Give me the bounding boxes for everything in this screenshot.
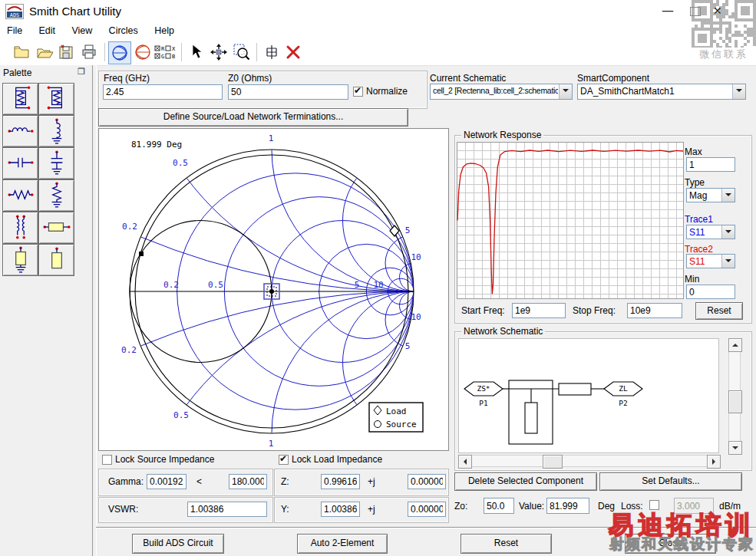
vswr-input[interactable] [187,502,267,517]
save-button[interactable] [55,41,77,63]
freq-input[interactable] [103,84,223,100]
impedance-smith-chart-tool[interactable] [108,41,131,64]
value-input[interactable] [546,498,589,514]
min-input[interactable] [686,285,735,299]
gamma-mag-input[interactable] [147,474,187,489]
palette-item-shunt-stub-grounded[interactable] [2,244,38,276]
max-input[interactable] [686,157,735,172]
toolbar-separator [104,43,105,61]
set-defaults-button[interactable]: Set Defaults... [599,472,742,491]
chevron-down-icon[interactable] [559,84,572,99]
move-tool[interactable] [208,41,229,63]
current-schematic-combo[interactable]: cell_2 [Rectenna_lib:cell_2:schematic]: [430,84,573,100]
chevron-down-icon[interactable] [721,255,735,268]
angle-symbol: < [196,476,202,487]
maximize-button[interactable] [690,7,701,16]
trace1-combo[interactable]: S11 [686,225,735,239]
menu-help[interactable]: Help [147,23,181,39]
chevron-down-icon[interactable] [721,189,735,202]
delete-component-button[interactable]: Delete Selected Component [454,472,597,491]
palette-item-shunt-inductor[interactable] [38,115,74,147]
hscroll-thumb[interactable] [543,455,563,469]
chevron-down-icon[interactable] [721,225,735,239]
y-group: Y: +j [274,497,449,523]
y-real-input[interactable] [321,502,360,517]
palette-item-open-stub[interactable] [38,244,74,276]
response-reset-button[interactable]: Reset [695,302,743,320]
palette-item-shunt-element-right[interactable] [2,83,38,115]
grid-icon [262,43,281,61]
vscroll-thumb[interactable] [728,390,742,413]
scroll-up-button[interactable] [728,338,742,352]
zo-input[interactable] [484,498,514,514]
svg-text:0.2: 0.2 [121,345,137,355]
scroll-down-button[interactable] [728,441,742,455]
new-button[interactable] [11,41,32,63]
stop-freq-input[interactable] [627,303,682,318]
palette-item-series-transmission-line[interactable] [38,212,74,244]
palette-panel: Palette ❐ [0,65,92,556]
menu-bar: File Edit View Circles Help [0,23,756,40]
z-real-input[interactable] [321,474,360,489]
footer-reset-button[interactable]: Reset [461,534,552,554]
palette-item-shunt-resistor[interactable] [38,179,74,212]
network-schematic-title: Network Schematic [461,326,545,337]
scroll-left-button[interactable] [458,455,472,469]
svg-text:P1: P1 [479,399,488,407]
palette-item-series-inductor[interactable] [2,115,38,147]
z-imag-input[interactable] [408,474,446,489]
current-schematic-value: cell_2 [Rectenna_lib:cell_2:schematic]: [433,86,558,95]
lock-load-checkbox[interactable] [279,455,289,465]
delete-button[interactable] [282,41,304,63]
deg-label: Deg [598,501,615,512]
gamma-angle-input[interactable] [229,474,267,489]
lock-source-checkbox[interactable] [102,455,112,465]
admittance-smith-chart-tool[interactable] [132,41,154,63]
select-tool[interactable] [185,41,206,63]
z0-input[interactable] [228,84,348,100]
circles-options-button[interactable]: R X G B [152,41,178,63]
palette-item-series-capacitor[interactable] [2,147,38,179]
trace2-combo[interactable]: S11 [686,254,735,268]
menu-edit[interactable]: Edit [32,23,63,39]
open-button[interactable] [34,41,55,63]
network-schematic-canvas[interactable]: ZS*P1ZLP2 [458,338,719,453]
palette-item-shunt-capacitor[interactable] [38,147,74,179]
zoom-area-icon [233,43,251,61]
menu-circles[interactable]: Circles [102,23,145,39]
define-terminations-button[interactable]: Define Source/Load Network Terminations.… [98,108,408,127]
minimize-button[interactable]: — [662,3,674,18]
close-button[interactable]: ✕ [713,5,722,17]
zoom-area-tool[interactable] [231,41,253,63]
y-imag-input[interactable] [408,502,446,517]
svg-text:B: B [172,54,175,60]
auto-2-element-match-button[interactable]: Auto 2-Element Match [297,534,388,554]
smith-chart-canvas[interactable]: 10.50.20.20.515101050.20.551081.999 DegL… [98,128,449,451]
splitter[interactable] [92,65,97,556]
smart-component-combo[interactable]: DA_SmithChartMatch1 [577,84,746,100]
build-ads-circuit-button[interactable]: Build ADS Circuit [132,534,224,554]
svg-text:P2: P2 [619,399,627,407]
series-resistor-icon [6,181,35,211]
palette-item-series-resistor[interactable] [2,179,38,212]
palette-item-shunt-element-left[interactable] [38,83,74,115]
grid-button[interactable] [261,41,282,63]
start-freq-input[interactable] [512,303,566,318]
palette-dock-icon[interactable]: ❐ [78,67,85,77]
smith-chart-utility-window: ADS Smith Chart Utility — ✕ File Edit Vi… [0,0,756,556]
palette-item-transformer[interactable] [2,212,38,244]
print-button[interactable] [78,41,100,63]
menu-file[interactable]: File [0,23,29,39]
loss-checkbox[interactable] [649,500,659,510]
close-dialog-button[interactable]: Close [625,534,716,554]
type-value: Mag [689,190,721,201]
type-combo[interactable]: Mag [686,188,735,202]
schematic-hscrollbar[interactable] [458,455,719,467]
scroll-right-button[interactable] [707,455,721,469]
toolbar-separator [181,43,182,61]
menu-view[interactable]: View [64,23,99,39]
svg-text:ADS: ADS [10,12,20,18]
chevron-down-icon[interactable] [732,84,745,99]
normalize-checkbox[interactable] [353,87,363,97]
svg-text:0.2: 0.2 [122,222,137,232]
